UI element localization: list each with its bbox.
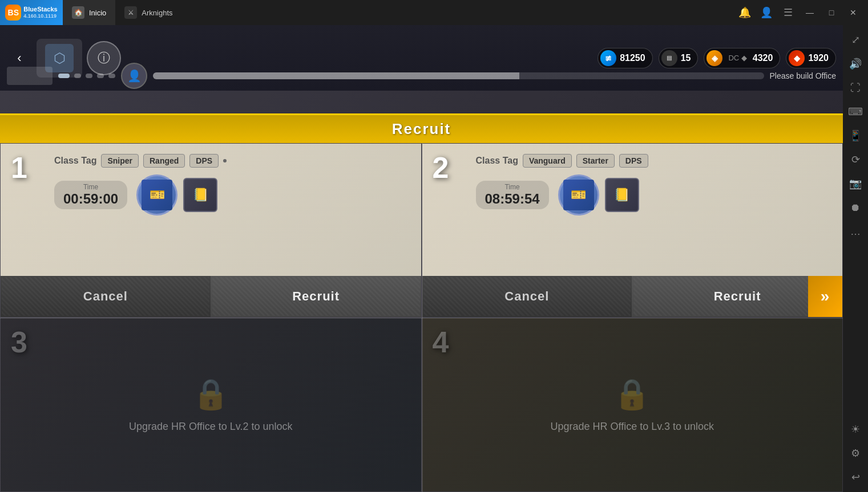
avatar: 👤 [121, 63, 147, 89]
tab-inicio[interactable]: 🏠 Inicio [63, 0, 115, 25]
record-icon[interactable]: ⏺ [845, 197, 866, 218]
slot2-reward-ticket-inner: 🎫 [563, 180, 594, 210]
fullscreen-icon[interactable]: ⛶ [845, 78, 866, 98]
maximize-button[interactable]: □ [821, 5, 842, 21]
slot4-lock-content: 🔒 Upgrade HR Office to Lv.3 to unlock [422, 318, 843, 491]
filter-box [7, 67, 53, 85]
recruit-header: Recruit [0, 113, 843, 143]
recruit-slot-1: 1 Class Tag Sniper Ranged DPS Time 00:59… [0, 143, 422, 318]
slot2-class-tag-row: Class Tag Vanguard Starter DPS [476, 154, 835, 168]
slot2-reward-ticket: 🎫 [558, 174, 599, 215]
slot3-lock-icon: 🔒 [192, 377, 229, 412]
rotate-icon[interactable]: ⟳ [845, 149, 866, 170]
slot1-content: Class Tag Sniper Ranged DPS Time 00:59:0… [1, 144, 421, 317]
dot-3 [86, 74, 92, 78]
brightness-icon[interactable]: ☀ [845, 419, 866, 440]
slot2-time-value: 08:59:54 [485, 191, 540, 207]
slot1-time-value: 00:59:00 [63, 191, 118, 207]
slot2-tag-vanguard[interactable]: Vanguard [523, 154, 572, 168]
slot2-time-reward-row: Time 08:59:54 🎫 📒 [476, 174, 835, 215]
window-controls: 🔔 👤 ☰ — □ ✕ [734, 2, 868, 23]
settings-icon[interactable]: ⚙ [845, 443, 866, 463]
recruit-slot-4: 4 🔒 Upgrade HR Office to Lv.3 to unlock [422, 318, 843, 492]
slot1-time-reward-row: Time 00:59:00 🎫 📒 [54, 174, 413, 215]
recruit-slot-3: 3 🔒 Upgrade HR Office to Lv.2 to unlock [0, 318, 422, 492]
slot1-reward-ticket-inner: 🎫 [142, 180, 172, 210]
slot3-lock-content: 🔒 Upgrade HR Office to Lv.2 to unlock [1, 318, 421, 491]
recruit-slot-2: 2 Class Tag Vanguard Starter DPS Time 08… [422, 143, 843, 318]
volume-icon[interactable]: 🔊 [845, 54, 866, 74]
bluestacks-logo: BS BlueStacks 4.160.10.1119 [0, 0, 63, 25]
slot2-tag-starter[interactable]: Starter [576, 154, 615, 168]
slot4-lock-icon: 🔒 [613, 377, 651, 412]
progress-area: 👤 Please build Office [0, 62, 843, 90]
bs-version: BlueStacks 4.160.10.1119 [23, 6, 57, 19]
screenshot-icon[interactable]: 📷 [845, 173, 866, 194]
dot-2 [74, 74, 81, 78]
slot1-tag-dps[interactable]: DPS [189, 154, 219, 168]
dot-1 [58, 74, 70, 78]
right-sidebar: ⤢ 🔊 ⛶ ⌨ 📱 ⟳ 📷 ⏺ … ☀ ⚙ ↩ [843, 25, 868, 492]
progress-label: Please build Office [770, 71, 836, 80]
slot4-lock-text: Upgrade HR Office to Lv.3 to unlock [551, 421, 714, 433]
dot-5 [108, 74, 115, 78]
keyboard-icon[interactable]: ⌨ [845, 101, 866, 122]
expand-icon[interactable]: ⤢ [845, 30, 866, 50]
slot1-reward-book: 📒 [183, 178, 217, 212]
slot2-content: Class Tag Vanguard Starter DPS Time 08:5… [422, 144, 843, 317]
minimize-button[interactable]: — [800, 5, 820, 21]
slot1-time-box: Time 00:59:00 [54, 181, 127, 209]
dot-4 [97, 74, 104, 78]
recruit-title: Recruit [392, 120, 451, 138]
slot2-reward-book: 📒 [605, 178, 639, 212]
slot1-class-tag-label: Class Tag [54, 156, 96, 166]
title-bar: BS BlueStacks 4.160.10.1119 🏠 Inicio ⚔ A… [0, 0, 868, 25]
progress-dots [58, 74, 115, 78]
slot1-time-label: Time [63, 183, 118, 191]
slot1-reward-icons: 🎫 📒 [136, 174, 217, 215]
slot1-tag-ranged[interactable]: Ranged [143, 154, 185, 168]
slot3-lock-text: Upgrade HR Office to Lv.2 to unlock [129, 421, 292, 433]
back-game-icon[interactable]: ↩ [845, 467, 866, 487]
more-icon[interactable]: … [845, 221, 866, 242]
slot2-time-label: Time [485, 183, 540, 191]
slot2-time-box: Time 08:59:54 [476, 181, 549, 209]
slot2-reward-icons: 🎫 📒 [558, 174, 639, 215]
slot1-class-tag-row: Class Tag Sniper Ranged DPS [54, 154, 413, 168]
notification-icon[interactable]: 🔔 [734, 2, 755, 23]
hamburger-menu-icon[interactable]: ☰ [778, 2, 798, 23]
progress-bar [153, 72, 764, 79]
game-area: ‹ ⬡ ⓘ ≢ 81250 ▤ 15 ◈ DC ◆ 4320 ◆ 1920 [0, 25, 843, 492]
tab-arknights[interactable]: ⚔ Arknights [115, 0, 181, 25]
inicio-icon: 🏠 [72, 6, 84, 19]
slot1-tag-sniper[interactable]: Sniper [101, 154, 139, 168]
slot1-reward-ticket: 🎫 [136, 174, 177, 215]
progress-bar-fill [153, 72, 519, 79]
bs-app-icon: BS [5, 5, 21, 21]
horizontal-divider [0, 318, 843, 319]
account-icon[interactable]: 👤 [756, 2, 777, 23]
close-button[interactable]: ✕ [843, 5, 863, 21]
arknights-icon: ⚔ [124, 6, 137, 19]
slot2-tag-dps[interactable]: DPS [619, 154, 648, 168]
slot1-tag-dot [223, 159, 227, 162]
phone-icon[interactable]: 📱 [845, 125, 866, 146]
slot2-class-tag-label: Class Tag [476, 156, 518, 166]
